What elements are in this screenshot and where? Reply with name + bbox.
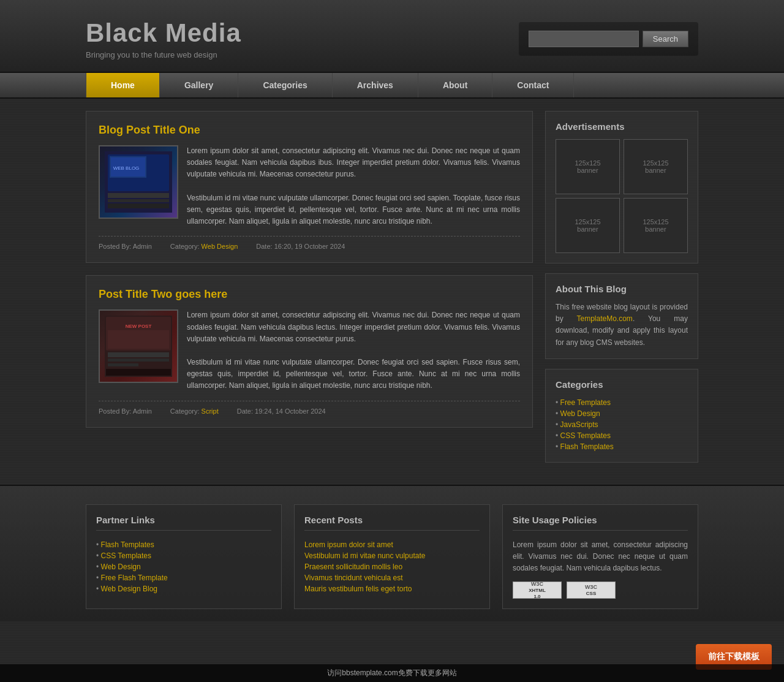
about-title: About This Blog <box>556 284 688 294</box>
partner-link-flash[interactable]: Flash Templates <box>101 540 154 549</box>
ad-banner-4[interactable]: 125x125 banner <box>624 198 688 253</box>
sidebar: Advertisements 125x125 banner 125x125 ba… <box>545 111 698 472</box>
recent-posts-title: Recent Posts <box>304 515 480 531</box>
post-category-2: Category: Script <box>170 407 219 415</box>
category-item-3: JavaScripts <box>556 419 688 430</box>
ad-banner-3[interactable]: 125x125 banner <box>556 198 620 253</box>
post-content-2: NEW POST Lorem ipsum dolor sit amet, con… <box>99 309 520 392</box>
svg-rect-13 <box>108 358 169 362</box>
recent-post-link-4[interactable]: Vivamus tincidunt vehicula est <box>304 574 403 582</box>
recent-post-link-1[interactable]: Lorem ipsum dolor sit amet <box>304 540 393 549</box>
footer: Partner Links Flash Templates CSS Templa… <box>0 485 784 622</box>
sidebar-about: About This Blog This free website blog l… <box>545 273 698 359</box>
nav-item-categories[interactable]: Categories <box>238 73 332 97</box>
sidebar-categories: Categories Free Templates Web Design Jav… <box>545 369 698 463</box>
recent-post-2: Vestibulum id mi vitae nunc vulputate <box>304 550 480 561</box>
category-link-web-design[interactable]: Web Design <box>560 409 600 418</box>
nav-item-about[interactable]: About <box>418 73 492 97</box>
recent-posts-list: Lorem ipsum dolor sit amet Vestibulum id… <box>304 539 480 594</box>
ad-banner-1[interactable]: 125x125 banner <box>556 139 620 194</box>
category-link-javascripts[interactable]: JavaScripts <box>560 420 598 429</box>
partner-link-css[interactable]: CSS Templates <box>101 551 151 560</box>
partner-link-2: CSS Templates <box>96 550 271 561</box>
recent-post-1: Lorem ipsum dolor sit amet <box>304 539 480 550</box>
post-content-1: WEB BLOG Lorem ipsum dolor sit amet, con… <box>99 145 520 227</box>
blog-post-2: Post Title Two goes here NEW POST <box>86 275 533 427</box>
category-item-5: Flash Templates <box>556 441 688 452</box>
search-area: Search <box>519 22 698 56</box>
category-link-flash-templates[interactable]: Flash Templates <box>560 442 614 451</box>
partner-link-web[interactable]: Web Design <box>101 563 141 571</box>
ads-title: Advertisements <box>556 121 688 132</box>
nav-item-contact[interactable]: Contact <box>492 73 574 97</box>
post-body1-p2: Vestibulum id mi vitae nunc vulputate ul… <box>187 194 520 225</box>
post-meta-1: Posted By: Admin Category: Web Design Da… <box>99 236 520 250</box>
svg-rect-5 <box>108 193 169 198</box>
svg-rect-7 <box>108 203 169 208</box>
recent-post-4: Vivamus tincidunt vehicula est <box>304 572 480 583</box>
category-item-4: CSS Templates <box>556 430 688 441</box>
post-date-1: Date: 16:20, 19 October 2024 <box>256 243 345 250</box>
search-button[interactable]: Search <box>643 31 688 47</box>
svg-text:NEW POST: NEW POST <box>126 324 152 329</box>
post-image-2: NEW POST <box>99 309 178 383</box>
css-badge: W3C CSS <box>567 582 616 599</box>
category-item-2: Web Design <box>556 408 688 419</box>
site-tagline: Bringing you to the future web design <box>86 50 241 59</box>
partner-link-1: Flash Templates <box>96 539 271 550</box>
ad-grid: 125x125 banner 125x125 banner 125x125 ba… <box>556 139 688 253</box>
post-meta-2: Posted By: Admin Category: Script Date: … <box>99 401 520 415</box>
about-text: This free website blog layout is provide… <box>556 301 688 349</box>
svg-rect-14 <box>108 363 138 366</box>
partner-link-free-flash[interactable]: Free Flash Template <box>101 574 168 582</box>
ad-banner-2[interactable]: 125x125 banner <box>624 139 688 194</box>
recent-post-3: Praesent sollicitudin mollis leo <box>304 561 480 572</box>
post-image-inner-2: NEW POST <box>100 311 177 382</box>
nav-item-archives[interactable]: Archives <box>333 73 418 97</box>
categories-title: Categories <box>556 379 688 390</box>
content-area: Blog Post Title One WEB BLOG <box>86 111 533 472</box>
post-category-link-1[interactable]: Web Design <box>202 243 238 250</box>
recent-post-link-2[interactable]: Vestibulum id mi vitae nunc vulputate <box>304 551 425 560</box>
templatemo-link[interactable]: TemplateMo.com <box>577 314 633 323</box>
partner-link-3: Web Design <box>96 561 271 572</box>
partner-link-blog[interactable]: Web Design Blog <box>101 585 158 593</box>
nav-item-gallery[interactable]: Gallery <box>160 73 238 97</box>
post-category-1: Category: Web Design <box>170 243 238 250</box>
svg-rect-15 <box>106 369 171 376</box>
sidebar-ads: Advertisements 125x125 banner 125x125 ba… <box>545 111 698 263</box>
partner-link-5: Web Design Blog <box>96 583 271 594</box>
navigation: Home Gallery Categories Archives About C… <box>0 73 784 99</box>
post-date-2: Date: 19:24, 14 October 2024 <box>237 407 326 415</box>
partner-link-4: Free Flash Template <box>96 572 271 583</box>
badge-row: W3C XHTML 1.0 W3C CSS <box>513 582 688 599</box>
post-title-1: Blog Post Title One <box>99 124 520 137</box>
policies-text: Lorem ipsum dolor sit amet, consectetur … <box>513 539 688 575</box>
post-category-link-2[interactable]: Script <box>202 407 219 415</box>
search-input[interactable] <box>529 31 639 47</box>
site-title: Black Media <box>86 18 241 48</box>
footer-partner-links: Partner Links Flash Templates CSS Templa… <box>86 504 282 610</box>
post-body2-p2: Vestibulum id mi vitae nunc vulputate ul… <box>187 358 520 390</box>
category-list: Free Templates Web Design JavaScripts CS… <box>556 397 688 452</box>
site-branding: Black Media Bringing you to the future w… <box>86 18 241 59</box>
recent-post-link-5[interactable]: Mauris vestibulum felis eget torto <box>304 585 412 593</box>
nav-item-home[interactable]: Home <box>86 73 160 97</box>
svg-rect-12 <box>108 352 169 357</box>
post-image-1: WEB BLOG <box>99 145 178 219</box>
post-author-1: Posted By: Admin <box>99 243 152 250</box>
partner-links-title: Partner Links <box>96 515 271 531</box>
partner-links-list: Flash Templates CSS Templates Web Design… <box>96 539 271 594</box>
post-author-2: Posted By: Admin <box>99 407 152 415</box>
recent-post-5: Mauris vestibulum felis eget torto <box>304 583 480 594</box>
policies-title: Site Usage Policies <box>513 515 688 531</box>
post-image-inner-1: WEB BLOG <box>100 146 177 218</box>
recent-post-link-3[interactable]: Praesent sollicitudin mollis leo <box>304 563 402 571</box>
xhtml-badge: W3C XHTML 1.0 <box>513 582 562 599</box>
svg-rect-6 <box>108 199 169 202</box>
category-link-free-templates[interactable]: Free Templates <box>560 398 611 407</box>
svg-text:WEB BLOG: WEB BLOG <box>113 165 140 171</box>
footer-policies: Site Usage Policies Lorem ipsum dolor si… <box>502 504 698 610</box>
category-link-css-templates[interactable]: CSS Templates <box>560 431 611 440</box>
footer-recent-posts: Recent Posts Lorem ipsum dolor sit amet … <box>294 504 490 610</box>
